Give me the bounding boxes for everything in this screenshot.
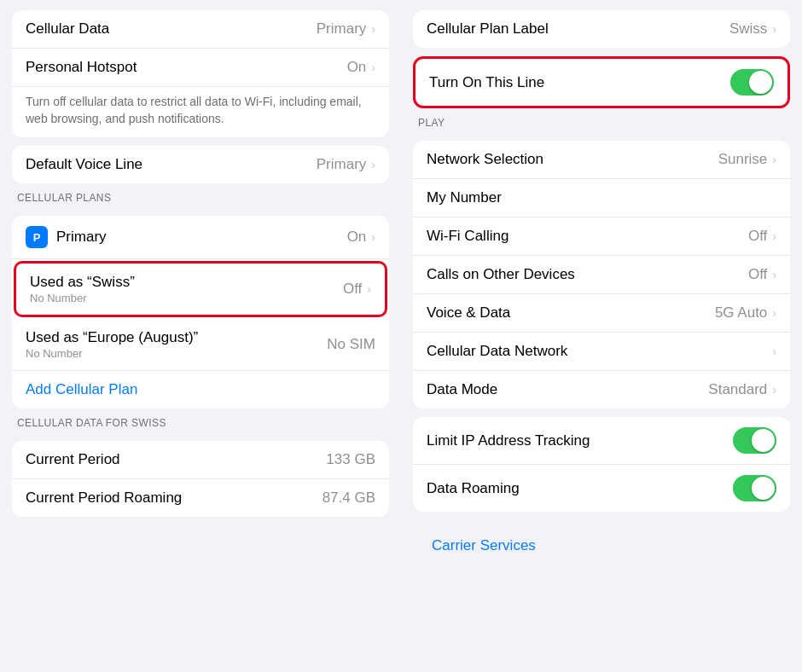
cellular-plan-label-text: Cellular Plan Label <box>427 20 549 38</box>
swiss-plan-left: Used as “Swiss” No Number <box>30 274 135 304</box>
toggle-thumb <box>752 477 775 500</box>
current-period-roaming-row[interactable]: Current Period Roaming 87.4 GB <box>12 479 389 517</box>
default-voice-line-value: Primary › <box>317 156 375 173</box>
cellular-plan-label-row[interactable]: Cellular Plan Label Swiss › <box>413 10 790 48</box>
limit-ip-toggle[interactable] <box>733 427 776 454</box>
wifi-calling-value: Off › <box>748 228 776 245</box>
chevron-icon: › <box>772 22 776 36</box>
turn-on-line-label: Turn On This Line <box>429 74 544 91</box>
calls-other-devices-label: Calls on Other Devices <box>427 266 575 283</box>
personal-hotspot-row[interactable]: Personal Hotspot On › <box>12 49 389 87</box>
top-card: Cellular Data Primary › Personal Hotspot… <box>12 10 389 137</box>
europe-plan-value: No SIM <box>327 336 375 353</box>
chevron-icon: › <box>367 282 371 296</box>
personal-hotspot-label: Personal Hotspot <box>26 59 137 76</box>
carrier-services-text[interactable]: Carrier Services <box>418 527 785 565</box>
toggle-thumb <box>752 429 775 452</box>
cellular-plan-label-value: Swiss › <box>729 20 776 38</box>
current-period-value: 133 GB <box>326 451 375 468</box>
europe-plan-left: Used as “Europe (August)” No Number <box>26 329 198 360</box>
chevron-icon: › <box>772 306 776 320</box>
data-mode-label: Data Mode <box>427 381 497 398</box>
europe-plan-sublabel: No Number <box>26 347 82 360</box>
toggle-thumb <box>749 71 772 94</box>
cellular-data-value: Primary › <box>317 20 375 38</box>
chevron-icon: › <box>371 230 375 244</box>
cellular-data-network-value: › <box>770 345 776 358</box>
default-voice-line-label: Default Voice Line <box>26 156 142 173</box>
voice-line-card: Default Voice Line Primary › <box>12 146 389 183</box>
cellular-plan-label-card: Cellular Plan Label Swiss › <box>413 10 790 48</box>
right-column: Cellular Plan Label Swiss › Turn On This… <box>401 0 802 672</box>
add-cellular-plan-link[interactable]: Add Cellular Plan <box>26 381 137 398</box>
voice-data-label: Voice & Data <box>427 304 510 322</box>
swiss-plan-label: Used as “Swiss” <box>30 274 135 291</box>
chevron-icon: › <box>772 268 776 281</box>
network-selection-label: Network Selection <box>427 151 543 168</box>
primary-plan-icon: P <box>26 226 48 248</box>
primary-plan-value: On › <box>347 229 375 246</box>
left-column: Cellular Data Primary › Personal Hotspot… <box>0 0 401 672</box>
europe-plan-label: Used as “Europe (August)” <box>26 329 198 346</box>
cellular-data-for-swiss-label: CELLULAR DATA FOR SWISS <box>12 417 389 432</box>
data-mode-value: Standard › <box>708 381 776 398</box>
cellular-data-row[interactable]: Cellular Data Primary › <box>12 10 389 49</box>
carrier-services-link[interactable]: Carrier Services <box>413 520 790 571</box>
data-roaming-row[interactable]: Data Roaming <box>413 465 790 512</box>
europe-plan-row[interactable]: Used as “Europe (August)” No Number No S… <box>12 319 389 371</box>
swiss-plan-highlight: Used as “Swiss” No Number Off › <box>14 261 387 317</box>
cellular-data-note: Turn off cellular data to restrict all d… <box>12 87 389 137</box>
cellular-plans-card: P Primary On › Used as “Swiss” No Number… <box>12 216 389 408</box>
data-roaming-label: Data Roaming <box>427 480 520 497</box>
turn-on-line-toggle[interactable] <box>730 69 774 96</box>
chevron-icon: › <box>371 61 375 74</box>
current-period-roaming-label: Current Period Roaming <box>26 490 182 507</box>
cellular-data-network-row[interactable]: Cellular Data Network › <box>413 333 790 371</box>
primary-plan-left: P Primary <box>26 226 347 248</box>
cellular-plans-label: CELLULAR PLANS <box>12 192 389 207</box>
wifi-calling-row[interactable]: Wi-Fi Calling Off › <box>413 217 790 256</box>
chevron-icon: › <box>772 383 776 397</box>
wifi-calling-label: Wi-Fi Calling <box>427 228 509 245</box>
cellular-data-network-label: Cellular Data Network <box>427 343 567 360</box>
chevron-icon: › <box>772 345 776 358</box>
calls-other-devices-row[interactable]: Calls on Other Devices Off › <box>413 256 790 294</box>
play-label: PLAY <box>413 117 790 132</box>
calls-other-devices-value: Off › <box>748 266 776 283</box>
network-selection-row[interactable]: Network Selection Sunrise › <box>413 141 790 179</box>
primary-plan-row[interactable]: P Primary On › <box>12 216 389 259</box>
chevron-icon: › <box>772 153 776 166</box>
voice-data-row[interactable]: Voice & Data 5G Auto › <box>413 294 790 333</box>
turn-on-line-row[interactable]: Turn On This Line <box>416 59 787 106</box>
cellular-data-swiss-card: Current Period 133 GB Current Period Roa… <box>12 441 389 517</box>
bottom-toggles-card: Limit IP Address Tracking Data Roaming <box>413 417 790 512</box>
default-voice-line-row[interactable]: Default Voice Line Primary › <box>12 146 389 183</box>
data-mode-row[interactable]: Data Mode Standard › <box>413 371 790 408</box>
cellular-data-label: Cellular Data <box>26 20 109 38</box>
data-roaming-toggle[interactable] <box>733 475 776 501</box>
chevron-icon: › <box>772 229 776 243</box>
limit-ip-label: Limit IP Address Tracking <box>427 432 590 449</box>
current-period-row[interactable]: Current Period 133 GB <box>12 441 389 479</box>
swiss-plan-sublabel: No Number <box>30 292 86 304</box>
swiss-plan-row[interactable]: Used as “Swiss” No Number Off › <box>16 264 385 315</box>
turn-on-line-highlight: Turn On This Line <box>413 56 790 108</box>
voice-data-value: 5G Auto › <box>715 304 776 322</box>
chevron-icon: › <box>371 158 375 171</box>
personal-hotspot-value: On › <box>347 59 375 76</box>
add-cellular-plan-row[interactable]: Add Cellular Plan <box>12 371 389 408</box>
current-period-label: Current Period <box>26 451 120 468</box>
network-selection-value: Sunrise › <box>718 151 776 168</box>
my-number-label: My Number <box>427 189 502 206</box>
play-card: Network Selection Sunrise › My Number Wi… <box>413 141 790 408</box>
current-period-roaming-value: 87.4 GB <box>323 490 375 507</box>
swiss-plan-value: Off › <box>343 281 371 298</box>
chevron-icon: › <box>371 22 375 36</box>
my-number-row[interactable]: My Number <box>413 179 790 217</box>
limit-ip-row[interactable]: Limit IP Address Tracking <box>413 417 790 465</box>
primary-plan-label: Primary <box>56 229 107 246</box>
